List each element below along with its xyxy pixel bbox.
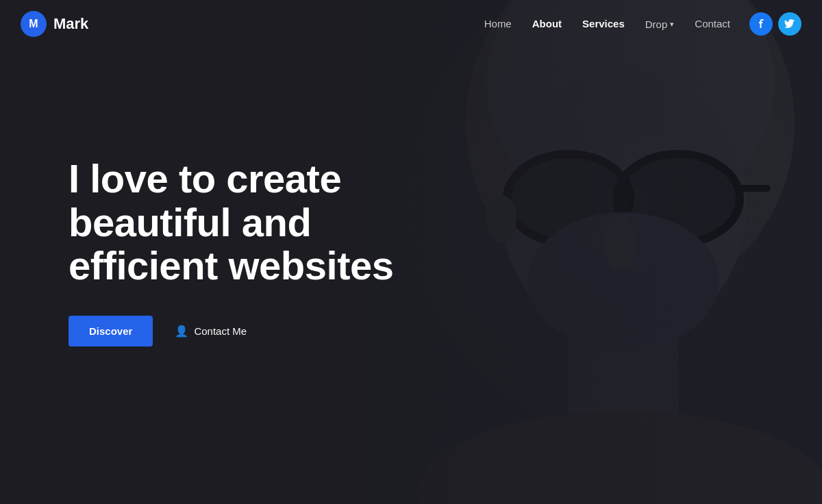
brand-logo-link[interactable]: M Mark — [21, 11, 88, 37]
brand-name: Mark — [53, 15, 88, 33]
contact-button-label: Contact Me — [194, 325, 247, 337]
hero-content: I love to create beautiful and efficient… — [0, 157, 393, 347]
facebook-button[interactable] — [749, 12, 773, 36]
hero-heading-line1: I love to create — [68, 156, 341, 201]
navbar: M Mark Home About Services Drop Contac — [0, 0, 822, 48]
nav-link-services[interactable]: Services — [574, 14, 633, 34]
hero-heading-line2: beautiful and — [68, 200, 311, 244]
nav-item-services[interactable]: Services — [574, 18, 633, 30]
contact-me-icon: 👤 — [175, 325, 188, 338]
nav-right: Home About Services Drop Contact — [476, 12, 801, 36]
nav-link-home[interactable]: Home — [476, 14, 520, 34]
hero-heading: I love to create beautiful and efficient… — [68, 157, 393, 288]
discover-button[interactable]: Discover — [68, 316, 153, 346]
nav-link-about[interactable]: About — [524, 14, 570, 34]
nav-item-drop[interactable]: Drop — [637, 14, 683, 34]
nav-item-home[interactable]: Home — [476, 18, 520, 30]
nav-links: Home About Services Drop Contact — [476, 14, 738, 34]
hero-section: M Mark Home About Services Drop Contac — [0, 0, 822, 504]
hero-buttons: Discover 👤 Contact Me — [68, 315, 393, 347]
brand-logo: M — [21, 11, 47, 37]
facebook-icon — [756, 18, 767, 29]
social-icons — [749, 12, 801, 36]
contact-button[interactable]: 👤 Contact Me — [169, 315, 252, 347]
twitter-icon — [784, 18, 795, 29]
nav-link-drop[interactable]: Drop — [637, 14, 683, 34]
twitter-button[interactable] — [778, 12, 801, 36]
nav-link-contact[interactable]: Contact — [686, 14, 738, 34]
nav-item-about[interactable]: About — [524, 18, 570, 30]
hero-heading-line3: efficient websites — [68, 243, 393, 288]
nav-item-contact[interactable]: Contact — [686, 18, 738, 30]
